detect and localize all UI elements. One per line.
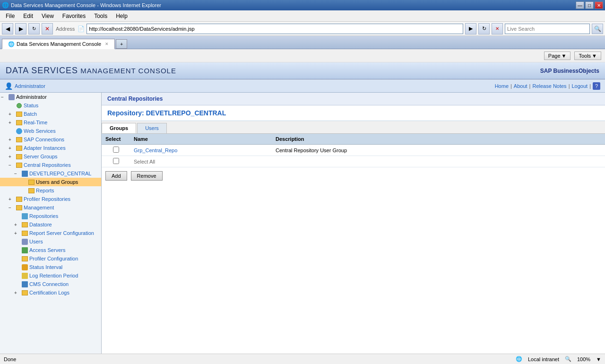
title-bar: 🌐 Data Services Management Console - Win… bbox=[0, 0, 605, 10]
address-input[interactable]: http://localhost:28080/DataServices/admi… bbox=[86, 24, 463, 34]
group-link-0[interactable]: Grp_Central_Repo bbox=[134, 147, 177, 153]
search-input[interactable] bbox=[505, 24, 590, 34]
icon-batch bbox=[15, 111, 23, 117]
icon-reportserverconfig bbox=[21, 230, 28, 236]
sidebar-item-accessservers[interactable]: Access Servers bbox=[0, 246, 101, 254]
sidebar-item-reportserverconfig[interactable]: + Report Server Configuration bbox=[0, 229, 101, 237]
page-dropdown[interactable]: Page ▼ bbox=[544, 52, 571, 60]
tab-icon: 🌐 bbox=[8, 41, 15, 47]
page-dropdown-icon: ▼ bbox=[562, 53, 567, 59]
go-button[interactable]: ▶ bbox=[465, 23, 476, 35]
content-section-header: Central Repositories bbox=[102, 93, 605, 105]
icon-webservices bbox=[15, 128, 23, 134]
row-desc-0: Central Repository User Group bbox=[272, 145, 605, 156]
sidebar-label-sapconnections: SAP Connections bbox=[24, 137, 64, 142]
sidebar-item-batch[interactable]: + Batch bbox=[0, 110, 101, 118]
sidebar-item-sapconnections[interactable]: + SAP Connections bbox=[0, 135, 101, 144]
sidebar-item-management[interactable]: − Management bbox=[0, 203, 101, 212]
remove-button[interactable]: Remove bbox=[131, 171, 163, 181]
help-icon[interactable]: ? bbox=[593, 82, 600, 90]
icon-realtime bbox=[15, 119, 23, 126]
sidebar-item-realtime[interactable]: + Real-Time bbox=[0, 118, 101, 127]
sidebar-item-reports[interactable]: Reports bbox=[0, 186, 101, 195]
icon-repositories bbox=[21, 213, 28, 219]
menu-edit[interactable]: Edit bbox=[19, 11, 37, 21]
nav-release-notes[interactable]: Release Notes bbox=[532, 83, 566, 89]
sidebar-item-datastore[interactable]: + Datastore bbox=[0, 220, 101, 229]
sidebar-item-logretention[interactable]: Log Retention Period bbox=[0, 271, 101, 280]
sidebar-item-servergroups[interactable]: + Server Groups bbox=[0, 152, 101, 161]
browser-tab-0[interactable]: 🌐 Data Services Management Console ✕ bbox=[2, 39, 115, 49]
sidebar-item-certlogs[interactable]: + Certification Logs bbox=[0, 288, 101, 297]
tools-dropdown[interactable]: Tools ▼ bbox=[574, 52, 601, 60]
sidebar-item-profilerrepos[interactable]: + Profiler Repositories bbox=[0, 195, 101, 203]
nav-logout[interactable]: Logout bbox=[571, 83, 588, 89]
icon-profilerconfig bbox=[21, 255, 28, 262]
row-name-0: Grp_Central_Repo bbox=[130, 145, 272, 156]
add-button[interactable]: Add bbox=[105, 171, 127, 181]
back-button[interactable]: ◀ bbox=[2, 23, 13, 35]
icon-management bbox=[15, 204, 23, 211]
maximize-button[interactable]: □ bbox=[585, 1, 594, 9]
sidebar-item-webservices[interactable]: Web Services bbox=[0, 127, 101, 135]
icon-administrator bbox=[8, 94, 15, 100]
user-icon: 👤 bbox=[5, 82, 13, 90]
sidebar-item-centralrepos[interactable]: − Central Repositories bbox=[0, 161, 101, 169]
menu-favorites[interactable]: Favorites bbox=[59, 11, 89, 21]
menu-view[interactable]: View bbox=[38, 11, 58, 21]
sidebar-item-repositories[interactable]: Repositories bbox=[0, 212, 101, 220]
icon-servergroups bbox=[15, 153, 23, 160]
icon-profilerrepos bbox=[15, 196, 23, 202]
sidebar-item-cmsconnection[interactable]: CMS Connection bbox=[0, 280, 101, 288]
app-title-sub: MANAGEMENT CONSOLE bbox=[78, 67, 176, 75]
stop-btn2[interactable]: ✕ bbox=[492, 23, 503, 35]
stop-button[interactable]: ✕ bbox=[42, 23, 53, 35]
sidebar-item-statusinterval[interactable]: Status Interval bbox=[0, 263, 101, 271]
top-nav-user: 👤 Administrator bbox=[5, 82, 45, 90]
close-button[interactable]: ✕ bbox=[595, 1, 603, 9]
repo-name: DEVETLREPO_CENTRAL bbox=[146, 109, 226, 117]
nav-home[interactable]: Home bbox=[495, 83, 509, 89]
tab-groups-label: Groups bbox=[110, 125, 128, 131]
app-title-main: DATA SERVICES bbox=[6, 66, 78, 75]
tools-dropdown-icon: ▼ bbox=[592, 53, 597, 59]
menu-tools[interactable]: Tools bbox=[90, 11, 111, 21]
sidebar-item-users[interactable]: Users bbox=[0, 237, 101, 246]
ie-toolbar: Page ▼ Tools ▼ bbox=[0, 49, 605, 62]
forward-button[interactable]: ▶ bbox=[15, 23, 26, 35]
tab-close-icon[interactable]: ✕ bbox=[105, 42, 109, 46]
tab-groups[interactable]: Groups bbox=[102, 123, 136, 133]
nav-username[interactable]: Administrator bbox=[15, 83, 45, 89]
app-header: DATA SERVICES MANAGEMENT CONSOLE SAP Bus… bbox=[0, 62, 605, 79]
table-row: Select All bbox=[102, 156, 605, 167]
sidebar-item-status[interactable]: Status bbox=[0, 101, 101, 110]
expand-administrator[interactable]: − bbox=[1, 95, 8, 100]
sidebar-item-usersgroups[interactable]: Users and Groups bbox=[0, 178, 101, 186]
refresh-btn2[interactable]: ↻ bbox=[478, 23, 490, 35]
tab-users-label: Users bbox=[145, 125, 159, 131]
sidebar-label-batch: Batch bbox=[24, 111, 37, 117]
refresh-button[interactable]: ↻ bbox=[28, 23, 40, 35]
row-checkbox-0[interactable] bbox=[113, 147, 119, 153]
icon-status bbox=[15, 102, 23, 109]
minimize-button[interactable]: — bbox=[576, 1, 584, 9]
sidebar-label-profilerconfig: Profiler Configuration bbox=[29, 256, 78, 261]
address-bar: ◀ ▶ ↻ ✕ Address 📄 http://localhost:28080… bbox=[0, 22, 605, 36]
tab-users[interactable]: Users bbox=[137, 123, 167, 133]
sidebar-item-devetlrepo[interactable]: − DEVETLREPO_CENTRAL bbox=[0, 169, 101, 178]
sidebar-label-status: Status bbox=[24, 103, 38, 108]
nav-about[interactable]: About bbox=[514, 83, 527, 89]
menu-file[interactable]: File bbox=[2, 11, 18, 21]
icon-usersgroups bbox=[27, 179, 35, 185]
sidebar-label-logretention: Log Retention Period bbox=[29, 273, 78, 278]
search-button[interactable]: 🔍 bbox=[592, 24, 603, 34]
icon-certlogs bbox=[21, 289, 28, 296]
sidebar-item-administrator[interactable]: − Administrator bbox=[0, 93, 101, 101]
col-name: Name bbox=[130, 134, 272, 145]
sidebar-item-adapterinstances[interactable]: + Adapter Instances bbox=[0, 144, 101, 152]
row-checkbox-selectall[interactable] bbox=[113, 158, 119, 164]
new-tab-button[interactable]: + bbox=[116, 39, 127, 49]
repo-title-prefix: Repository: bbox=[107, 109, 146, 117]
menu-help[interactable]: Help bbox=[112, 11, 131, 21]
sidebar-item-profilerconfig[interactable]: Profiler Configuration bbox=[0, 254, 101, 263]
